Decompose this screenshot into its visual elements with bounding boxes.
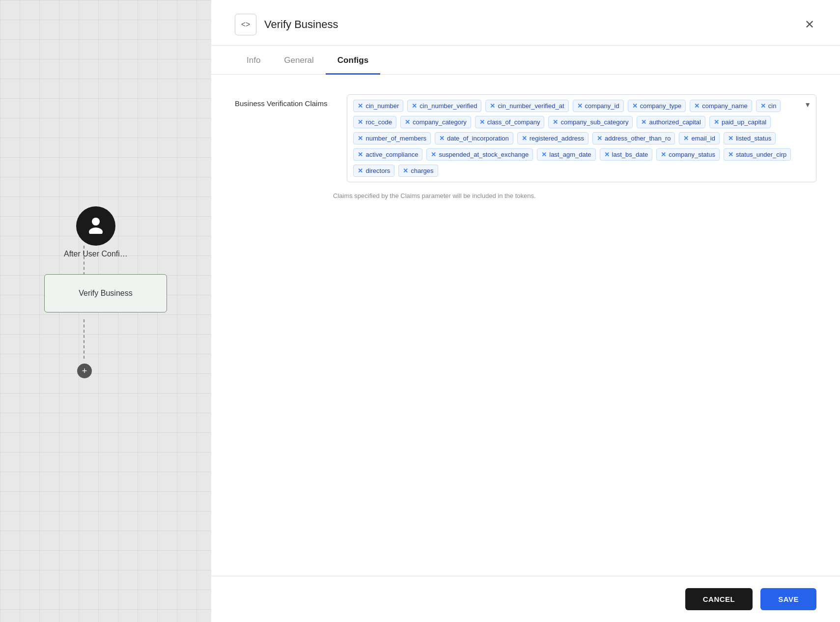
tag-authorized_capital: ✕authorized_capital [637, 116, 705, 128]
tag-last_bs_date: ✕last_bs_date [600, 148, 653, 161]
tag-number_of_members: ✕number_of_members [353, 132, 431, 144]
tag-last_agm_date: ✕last_agm_date [537, 148, 595, 161]
tag-address_other_than_ro: ✕address_other_than_ro [592, 132, 675, 144]
tag-active_compliance: ✕active_compliance [353, 148, 422, 161]
tag-remove-icon[interactable]: ✕ [760, 103, 766, 109]
tag-cin_number: ✕cin_number [353, 100, 403, 112]
tag-cin: ✕cin [756, 100, 781, 112]
tag-remove-icon[interactable]: ✕ [714, 119, 719, 125]
tag-directors: ✕directors [353, 165, 394, 177]
helper-text: Claims specified by the Claims parameter… [333, 192, 816, 199]
tag-remove-icon[interactable]: ✕ [632, 103, 638, 109]
connector-line-bottom [84, 319, 84, 359]
tag-company_type: ✕company_type [628, 100, 686, 112]
modal-title: Verify Business [264, 18, 338, 31]
verify-business-node[interactable]: Verify Business [44, 274, 167, 312]
tag-status_under_cirp: ✕status_under_cirp [724, 148, 791, 161]
tags-container[interactable]: ✕cin_number✕cin_number_verified✕cin_numb… [347, 94, 816, 182]
dropdown-arrow-icon[interactable]: ▼ [804, 101, 811, 109]
tag-remove-icon[interactable]: ✕ [490, 103, 495, 109]
field-row-claims: Business Verification Claims ✕cin_number… [235, 94, 816, 182]
avatar [76, 206, 115, 246]
tag-remove-icon[interactable]: ✕ [604, 151, 610, 158]
tag-remove-icon[interactable]: ✕ [403, 168, 408, 174]
tag-remove-icon[interactable]: ✕ [358, 135, 363, 141]
tag-remove-icon[interactable]: ✕ [597, 135, 602, 141]
tag-cin_number_verified_at: ✕cin_number_verified_at [485, 100, 568, 112]
tag-remove-icon[interactable]: ✕ [358, 103, 363, 109]
tag-roc_code: ✕roc_code [353, 116, 396, 128]
tag-registered_address: ✕registered_address [517, 132, 588, 144]
tag-remove-icon[interactable]: ✕ [479, 119, 485, 125]
header-left: <> Verify Business [235, 14, 338, 35]
tag-remove-icon[interactable]: ✕ [661, 151, 666, 158]
tag-remove-icon[interactable]: ✕ [694, 103, 700, 109]
tag-class_of_company: ✕class_of_company [475, 116, 545, 128]
svg-point-0 [92, 218, 100, 226]
field-label-claims: Business Verification Claims [235, 94, 327, 109]
code-icon-box: <> [235, 14, 256, 35]
tag-remove-icon[interactable]: ✕ [641, 119, 646, 125]
modal-footer: CANCEL SAVE [211, 576, 840, 622]
tag-remove-icon[interactable]: ✕ [577, 103, 583, 109]
code-icon: <> [241, 20, 251, 29]
tag-date_of_incorporation: ✕date_of_incorporation [435, 132, 513, 144]
tag-company_category: ✕company_category [400, 116, 471, 128]
tag-remove-icon[interactable]: ✕ [728, 135, 733, 141]
close-icon: ✕ [805, 18, 814, 31]
tab-configs[interactable]: Configs [326, 46, 380, 75]
user-node-label: After User Confirmati [64, 250, 128, 258]
tag-company_name: ✕company_name [690, 100, 752, 112]
tag-paid_up_capital: ✕paid_up_capital [709, 116, 771, 128]
save-button[interactable]: SAVE [760, 588, 816, 610]
tag-company_status: ✕company_status [656, 148, 720, 161]
tag-company_id: ✕company_id [573, 100, 624, 112]
tag-email_id: ✕email_id [679, 132, 719, 144]
tag-cin_number_verified: ✕cin_number_verified [407, 100, 481, 112]
flow-node-user: After User Confirmati [64, 206, 128, 258]
tag-remove-icon[interactable]: ✕ [358, 151, 363, 158]
tag-suspended_at_stock_exchange: ✕suspended_at_stock_exchange [426, 148, 533, 161]
tag-remove-icon[interactable]: ✕ [541, 151, 547, 158]
user-icon [86, 214, 106, 238]
add-node-button[interactable]: + [77, 364, 92, 378]
plus-icon: + [82, 366, 87, 376]
close-button[interactable]: ✕ [803, 17, 816, 32]
tag-company_sub_category: ✕company_sub_category [548, 116, 633, 128]
tag-charges: ✕charges [398, 165, 438, 177]
tag-remove-icon[interactable]: ✕ [358, 168, 363, 174]
tabs-row: Info General Configs [211, 46, 840, 75]
modal-body: Business Verification Claims ✕cin_number… [211, 75, 840, 576]
tag-remove-icon[interactable]: ✕ [728, 151, 733, 158]
tag-remove-icon[interactable]: ✕ [553, 119, 558, 125]
tag-remove-icon[interactable]: ✕ [431, 151, 436, 158]
verify-node-label: Verify Business [79, 289, 132, 298]
tag-remove-icon[interactable]: ✕ [405, 119, 410, 125]
flow-canvas: After User Confirmati Verify Business + [0, 0, 211, 622]
svg-point-1 [89, 227, 103, 234]
cancel-button[interactable]: CANCEL [685, 588, 753, 610]
tab-general[interactable]: General [272, 46, 325, 75]
tag-remove-icon[interactable]: ✕ [358, 119, 363, 125]
tab-info[interactable]: Info [235, 46, 272, 75]
modal-header: <> Verify Business ✕ [211, 0, 840, 46]
tag-listed_status: ✕listed_status [724, 132, 776, 144]
tag-remove-icon[interactable]: ✕ [522, 135, 527, 141]
modal-panel: <> Verify Business ✕ Info General Config… [211, 0, 840, 622]
tag-remove-icon[interactable]: ✕ [683, 135, 689, 141]
tag-remove-icon[interactable]: ✕ [439, 135, 445, 141]
tag-remove-icon[interactable]: ✕ [412, 103, 417, 109]
